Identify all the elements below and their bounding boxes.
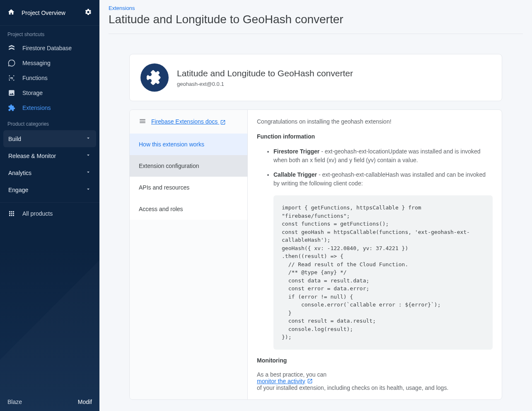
category-label: Engage — [8, 187, 28, 193]
sidebar-item-functions[interactable]: (··) Functions — [0, 71, 99, 85]
detail-content: Congratulations on installing the geohas… — [248, 110, 502, 399]
detail-tabs-sidebar: Firebase Extensions docs How this extens… — [130, 110, 248, 399]
monitor-activity-link[interactable]: monitor the activity — [257, 378, 313, 384]
sidebar: Project Overview Project shortcuts Fires… — [0, 0, 99, 411]
tab-apis-resources[interactable]: APIs and resources — [130, 177, 247, 198]
shortcuts-label: Project shortcuts — [0, 26, 99, 41]
project-overview-label: Project Overview — [22, 10, 65, 16]
sidebar-item-extensions[interactable]: Extensions — [0, 100, 99, 115]
code-block: import { getFunctions, httpsCallable } f… — [273, 195, 493, 350]
extensions-icon — [7, 104, 16, 112]
docs-link[interactable]: Firebase Extensions docs — [151, 118, 226, 125]
sidebar-item-label: Firestore Database — [22, 45, 72, 51]
category-analytics[interactable]: Analytics — [3, 164, 96, 181]
extension-name: Latitude and Longitude to GeoHash conver… — [177, 68, 353, 78]
storage-icon — [7, 89, 16, 97]
product-categories-label: Product categories — [0, 115, 99, 130]
category-label: Build — [8, 136, 21, 142]
extension-id: geohash-ext@0.0.1 — [177, 81, 353, 87]
sidebar-item-label: Messaging — [22, 60, 51, 66]
sidebar-item-messaging[interactable]: Messaging — [0, 56, 99, 71]
plan-footer[interactable]: Blaze Modif — [0, 393, 99, 411]
functions-icon: (··) — [7, 74, 16, 82]
chevron-down-icon — [85, 186, 91, 193]
external-link-icon — [307, 378, 313, 384]
sidebar-item-firestore[interactable]: Firestore Database — [0, 41, 99, 56]
monitoring-text: As a best practice, you can monitor the … — [257, 371, 493, 391]
external-link-icon — [220, 119, 226, 125]
category-label: Analytics — [8, 170, 31, 176]
tab-extension-config[interactable]: Extension configuration — [130, 155, 247, 177]
category-release-monitor[interactable]: Release & Monitor — [3, 147, 96, 164]
project-overview-link[interactable]: Project Overview — [7, 8, 65, 17]
main-content: Extensions Latitude and Longitude to Geo… — [99, 0, 532, 411]
sidebar-item-label: Extensions — [22, 105, 51, 111]
plan-action: Modif — [78, 399, 92, 405]
sidebar-item-label: Storage — [22, 90, 43, 96]
docs-icon — [139, 117, 146, 126]
plan-label: Blaze — [7, 399, 22, 405]
chevron-down-icon — [85, 135, 91, 142]
chevron-down-icon — [85, 169, 91, 176]
docs-link-row: Firebase Extensions docs — [130, 110, 247, 134]
sidebar-item-label: Functions — [22, 75, 48, 81]
function-info-heading: Function information — [257, 133, 493, 140]
trigger-list: Firestore Trigger - ext-geohash-ext-loca… — [257, 147, 493, 350]
callable-trigger-item: Callable Trigger - ext-geohash-ext-calla… — [273, 170, 493, 350]
messaging-icon — [7, 59, 16, 67]
page-title: Latitude and Longitude to GeoHash conver… — [109, 13, 523, 34]
tab-how-it-works[interactable]: How this extension works — [130, 134, 247, 155]
settings-button[interactable] — [85, 8, 92, 17]
home-icon — [7, 8, 15, 17]
gear-icon — [85, 8, 92, 16]
extension-header-card: Latitude and Longitude to GeoHash conver… — [129, 54, 502, 101]
apps-grid-icon — [7, 209, 16, 218]
extension-badge-icon — [140, 63, 169, 92]
svg-text:(··): (··) — [9, 76, 13, 80]
category-engage[interactable]: Engage — [3, 181, 96, 198]
tab-access-roles[interactable]: Access and roles — [130, 198, 247, 220]
category-build[interactable]: Build — [3, 130, 96, 147]
category-label: Release & Monitor — [8, 153, 56, 159]
sidebar-item-all-products[interactable]: All products — [0, 206, 99, 221]
sidebar-item-label: All products — [22, 210, 53, 217]
firestore-icon — [7, 44, 16, 52]
firestore-trigger-item: Firestore Trigger - ext-geohash-ext-loca… — [273, 147, 493, 165]
detail-card: Firebase Extensions docs How this extens… — [129, 109, 502, 400]
sidebar-header: Project Overview — [0, 0, 99, 26]
congrats-text: Congratulations on installing the geohas… — [257, 118, 493, 125]
monitoring-heading: Monitoring — [257, 357, 493, 364]
chevron-down-icon — [85, 152, 91, 159]
breadcrumb[interactable]: Extensions — [109, 5, 523, 11]
sidebar-item-storage[interactable]: Storage — [0, 85, 99, 100]
